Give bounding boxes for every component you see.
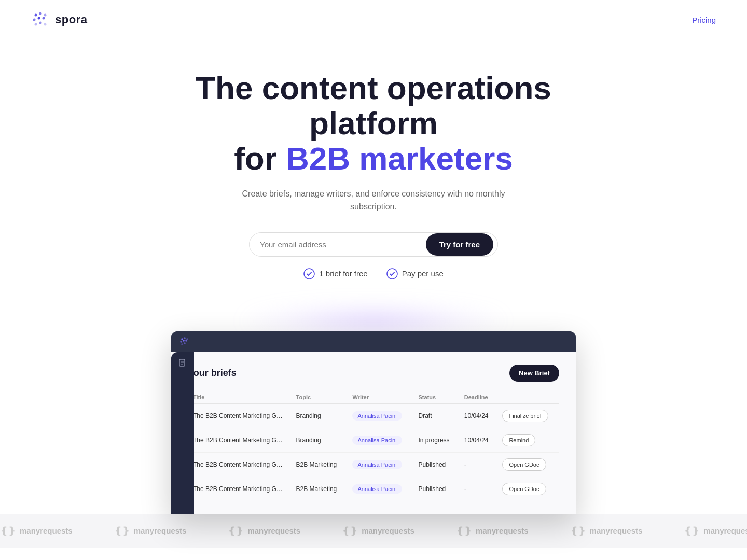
- try-free-button[interactable]: Try for free: [426, 233, 493, 256]
- cell-action: Open GDoc: [497, 477, 559, 501]
- dashboard-preview: Your briefs New Brief Title Topic Writer…: [171, 331, 576, 514]
- dashboard-main: Your briefs New Brief Title Topic Writer…: [171, 352, 576, 514]
- action-button[interactable]: Remind: [502, 434, 535, 446]
- col-action: [497, 391, 559, 404]
- marquee-logo-item: ❴❵manyrequests: [228, 525, 300, 537]
- svg-point-13: [186, 338, 188, 340]
- svg-point-14: [180, 341, 182, 343]
- marquee-double-arrow-icon: ❴❵: [114, 525, 130, 537]
- marquee-logo-text: manyrequests: [703, 526, 747, 535]
- col-status: Status: [413, 391, 459, 404]
- marquee-logo-item: ❴❵manyrequests: [0, 525, 73, 537]
- marquee-double-arrow-icon: ❴❵: [0, 525, 16, 537]
- table-row: The B2B Content Marketing Guide For X Br…: [188, 403, 559, 428]
- cell-status: Draft: [413, 403, 459, 428]
- table-body: The B2B Content Marketing Guide For X Br…: [188, 403, 559, 501]
- svg-point-17: [181, 343, 183, 345]
- svg-point-12: [184, 337, 186, 339]
- dashboard-layout: Your briefs New Brief Title Topic Writer…: [171, 352, 576, 514]
- marquee-double-arrow-icon: ❴❵: [570, 525, 586, 537]
- logo-text: spora: [55, 13, 87, 26]
- marquee-double-arrow-icon: ❴❵: [456, 525, 472, 537]
- col-deadline: Deadline: [459, 391, 497, 404]
- dash-logo-icon: [179, 337, 190, 347]
- svg-point-1: [39, 12, 42, 15]
- navbar: spora Pricing: [0, 0, 747, 39]
- cell-action: Open GDoc: [497, 452, 559, 477]
- svg-point-11: [181, 338, 183, 340]
- col-title: Title: [188, 391, 291, 404]
- hero-subtitle: Create briefs, manage writers, and enfor…: [239, 187, 508, 214]
- svg-point-6: [35, 23, 37, 26]
- svg-point-10: [387, 269, 397, 279]
- action-button[interactable]: Open GDoc: [502, 458, 546, 471]
- check-icon-1: [303, 268, 315, 279]
- marquee-logo-text: manyrequests: [362, 526, 414, 535]
- cell-topic: B2B Marketing: [291, 477, 348, 501]
- badge-label-2: Pay per use: [402, 269, 444, 278]
- cell-writer: Annalisa Pacini: [347, 452, 413, 477]
- sidebar-docs-icon: [178, 358, 187, 368]
- cell-status: In progress: [413, 428, 459, 452]
- svg-point-15: [183, 340, 185, 342]
- marquee-double-arrow-icon: ❴❵: [228, 525, 243, 537]
- cell-writer: Annalisa Pacini: [347, 477, 413, 501]
- logo[interactable]: spora: [31, 10, 87, 29]
- col-writer: Writer: [347, 391, 413, 404]
- cell-deadline: -: [459, 452, 497, 477]
- badge-label-1: 1 brief for free: [319, 269, 367, 278]
- svg-point-16: [185, 340, 187, 342]
- marquee-logo-item: ❴❵manyrequests: [342, 525, 414, 537]
- cell-title: The B2B Content Marketing Guide For X: [188, 477, 291, 501]
- cell-title: The B2B Content Marketing Guide For X: [188, 428, 291, 452]
- marquee-logo-item: ❴❵manyrequests: [570, 525, 643, 537]
- svg-point-8: [44, 23, 47, 26]
- new-brief-button[interactable]: New Brief: [509, 365, 559, 382]
- logo-icon: [31, 10, 50, 29]
- cell-deadline: -: [459, 477, 497, 501]
- dashboard-header: Your briefs New Brief: [188, 365, 559, 382]
- table-header-row: Title Topic Writer Status Deadline: [188, 391, 559, 404]
- svg-point-5: [43, 17, 45, 20]
- svg-point-2: [44, 14, 47, 17]
- email-input[interactable]: [260, 233, 426, 256]
- cell-deadline: 10/04/24: [459, 403, 497, 428]
- marquee-logo-text: manyrequests: [134, 526, 187, 535]
- badges: 1 brief for free Pay per use: [21, 268, 726, 279]
- email-form: Try for free: [249, 232, 498, 257]
- hero-accent: B2B marketers: [286, 141, 513, 176]
- marquee-logo-item: ❴❵manyrequests: [456, 525, 529, 537]
- table-row: The B2B Content Marketing Guide For X B2…: [188, 477, 559, 501]
- badge-pay-per-use: Pay per use: [386, 268, 444, 279]
- dashboard-sidebar: [171, 352, 194, 514]
- marquee-logo-item: ❴❵manyrequests: [114, 525, 187, 537]
- table-head: Title Topic Writer Status Deadline: [188, 391, 559, 404]
- action-button[interactable]: Finalize brief: [502, 410, 548, 422]
- cell-writer: Annalisa Pacini: [347, 428, 413, 452]
- dashboard-title: Your briefs: [188, 368, 237, 379]
- marquee-logo-text: manyrequests: [590, 526, 643, 535]
- cell-topic: Branding: [291, 403, 348, 428]
- marquee-double-arrow-icon: ❴❵: [684, 525, 699, 537]
- dashboard-window: Your briefs New Brief Title Topic Writer…: [171, 331, 576, 514]
- pricing-link[interactable]: Pricing: [692, 16, 716, 24]
- marquee-logo-text: manyrequests: [247, 526, 300, 535]
- svg-point-4: [38, 17, 40, 20]
- action-button[interactable]: Open GDoc: [502, 483, 546, 495]
- cell-status: Published: [413, 477, 459, 501]
- marquee-section: ❴❵manyrequests❴❵manyrequests❴❵manyreques…: [0, 514, 747, 548]
- cell-topic: B2B Marketing: [291, 452, 348, 477]
- svg-point-0: [35, 14, 37, 17]
- briefs-table: Title Topic Writer Status Deadline The B…: [188, 391, 559, 501]
- hero-section: The content operations platform for B2B …: [0, 39, 747, 342]
- section2: Strategy Find your topics, generate cont…: [62, 548, 685, 560]
- table-row: The B2B Content Marketing Guide For X B2…: [188, 452, 559, 477]
- cell-writer: Annalisa Pacini: [347, 403, 413, 428]
- cell-action: Finalize brief: [497, 403, 559, 428]
- marquee-logo-text: manyrequests: [476, 526, 529, 535]
- cell-title: The B2B Content Marketing Guide For X: [188, 452, 291, 477]
- badge-free-brief: 1 brief for free: [303, 268, 367, 279]
- hero-title: The content operations platform for B2B …: [171, 71, 576, 177]
- svg-point-3: [33, 19, 36, 21]
- cell-title: The B2B Content Marketing Guide For X: [188, 403, 291, 428]
